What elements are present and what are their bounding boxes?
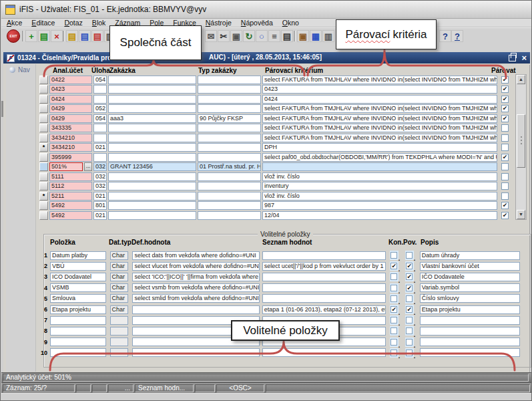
polozka-field[interactable]: Etapa projektu: [50, 305, 106, 314]
row-selector[interactable]: [39, 134, 48, 142]
anal-ucet-field[interactable]: 0429: [49, 104, 92, 113]
uloha-field[interactable]: [93, 134, 107, 142]
defhodnota-field[interactable]: [132, 305, 259, 314]
popis-field[interactable]: [420, 348, 520, 357]
parovat-checkbox[interactable]: ✔: [501, 212, 509, 219]
anal-ucet-field[interactable]: 343335: [49, 124, 92, 132]
zakazka-field[interactable]: [108, 182, 196, 190]
zakazka-field[interactable]: [108, 134, 196, 142]
defhodnota-field[interactable]: select vlucet from vekdofa where dofidno…: [132, 262, 259, 271]
parovaci-kriterium-field[interactable]: select FAKTURA from TMJHLAV where INVIDN…: [262, 114, 497, 123]
parovaci-kriterium-field[interactable]: select FAKTURA from TMJHLAV where INVIDN…: [262, 124, 497, 132]
seznam-hodnot-field[interactable]: [262, 348, 386, 357]
scrollbar-thumb[interactable]: [517, 114, 525, 168]
parovat-checkbox[interactable]: [501, 163, 509, 170]
restore-icon[interactable]: [509, 55, 516, 61]
row-selector[interactable]: [39, 162, 48, 171]
typ-zakazky-field[interactable]: [198, 201, 261, 210]
pov-checkbox[interactable]: [406, 339, 413, 346]
anal-ucet-field[interactable]: 5492: [49, 201, 92, 210]
uloha-field[interactable]: 032: [93, 172, 107, 181]
typ-zakazky-field[interactable]: 90 Půjčky FKSP: [198, 114, 261, 123]
parovaci-kriterium-field[interactable]: select FAKTURA from TMJHLAV where INVIDN…: [262, 76, 497, 84]
defhodnota-field[interactable]: select 'ICO:'||ICO||' '||firma from vekd…: [132, 273, 259, 281]
uloha-field[interactable]: [93, 153, 107, 162]
parovaci-kriterium-field[interactable]: 0423: [262, 85, 497, 94]
seznam-hodnot-field[interactable]: [262, 283, 386, 292]
dattyp-field[interactable]: Char: [110, 251, 129, 260]
defhodnota-field[interactable]: select vsmb from vekdofa where dofidno=#…: [132, 283, 259, 292]
scroll-down-icon[interactable]: ▼: [517, 210, 525, 219]
dattyp-field[interactable]: [110, 316, 129, 325]
polozka-field[interactable]: VSMB: [50, 283, 106, 292]
parovat-checkbox[interactable]: [501, 134, 509, 142]
popis-field[interactable]: Variab.symbol: [420, 283, 520, 292]
clipboard-icon[interactable]: ▣: [297, 30, 309, 42]
parovat-checkbox[interactable]: [501, 192, 509, 200]
row-selector[interactable]: [39, 201, 48, 210]
anal-ucet-field[interactable]: 3434210: [49, 143, 92, 152]
menu-item-nástroje[interactable]: Nástroje: [206, 19, 232, 27]
uloha-field[interactable]: [93, 85, 107, 94]
insert-record-icon[interactable]: +: [25, 30, 37, 42]
kon-checkbox[interactable]: [390, 273, 397, 280]
seznam-hodnot-field[interactable]: [262, 273, 386, 281]
parovat-checkbox[interactable]: ✔: [501, 96, 509, 103]
uloha-field[interactable]: 032: [93, 162, 107, 171]
anal-ucet-field[interactable]: 5111: [49, 172, 92, 181]
dattyp-field[interactable]: [110, 327, 129, 336]
menu-item-dotaz[interactable]: Dotaz: [64, 19, 82, 27]
menu-item-okno[interactable]: Okno: [282, 19, 299, 27]
dattyp-field[interactable]: Char: [110, 273, 129, 281]
pov-checkbox[interactable]: ✔: [406, 285, 413, 291]
zakazka-field[interactable]: [108, 192, 196, 200]
window-titlebar[interactable]: iFIS - Uživatel: FIS_01 - Ek.jednotka: B…: [1, 1, 531, 19]
parovat-checkbox[interactable]: ✔: [501, 115, 509, 122]
typ-zakazky-field[interactable]: [198, 172, 261, 181]
table-scrollbar[interactable]: ▲ ▼: [515, 74, 527, 220]
anal-ucet-field[interactable]: 0423: [49, 85, 92, 94]
anal-ucet-field[interactable]: 0429: [49, 114, 92, 123]
typ-zakazky-field[interactable]: 01 Prostř.na stud. pr. HČ: [198, 162, 261, 171]
uloha-field[interactable]: 801: [93, 201, 107, 210]
parovaci-kriterium-field[interactable]: vlož inv. číslo: [262, 192, 497, 200]
row-selector[interactable]: [39, 182, 48, 190]
lov-button[interactable]: ...: [84, 162, 92, 171]
seznam-hodnot-field[interactable]: [262, 294, 386, 303]
help-icon[interactable]: ?: [439, 30, 451, 42]
pov-checkbox[interactable]: ✔: [406, 306, 413, 313]
uloha-field[interactable]: 021: [93, 143, 107, 152]
delete-record-icon[interactable]: ×: [51, 30, 63, 42]
typ-zakazky-field[interactable]: [198, 153, 261, 162]
pov-checkbox[interactable]: [406, 317, 413, 323]
polozka-field[interactable]: Datum platby: [50, 251, 106, 260]
anal-ucet-field[interactable]: 0422: [49, 76, 92, 84]
row-selector[interactable]: [39, 76, 48, 84]
row-selector[interactable]: [39, 114, 48, 123]
popis-field[interactable]: [420, 327, 520, 336]
uloha-field[interactable]: 032: [93, 182, 107, 190]
row-selector[interactable]: [39, 172, 48, 181]
kon-checkbox[interactable]: ✔: [390, 306, 397, 313]
anal-ucet-field[interactable]: 5492: [49, 211, 92, 220]
row-selector[interactable]: *: [39, 143, 48, 152]
dattyp-field[interactable]: Char: [110, 294, 129, 303]
cut-icon[interactable]: ✂: [218, 30, 230, 42]
pov-checkbox[interactable]: [406, 350, 413, 356]
parovaci-kriterium-field[interactable]: vlož inv. číslo: [262, 172, 497, 181]
polozka-field[interactable]: [50, 348, 106, 357]
polozka-field[interactable]: [50, 327, 106, 336]
dattyp-field[interactable]: Char: [110, 305, 129, 314]
typ-zakazky-field[interactable]: [198, 104, 261, 113]
uloha-field[interactable]: 021: [93, 211, 107, 220]
row-selector[interactable]: *: [39, 192, 48, 200]
row-selector[interactable]: [39, 124, 48, 132]
polozka-field[interactable]: Smlouva: [50, 294, 106, 303]
detail-icon[interactable]: ▤: [281, 30, 293, 42]
parovat-checkbox[interactable]: ✔: [501, 105, 509, 112]
mdi-titlebar[interactable]: F 01324 - Číselníky/Pravidla pro v AUC) …: [3, 52, 530, 63]
uloha-field[interactable]: [93, 95, 107, 104]
anal-ucet-field[interactable]: 5112: [49, 182, 92, 190]
kon-checkbox[interactable]: [390, 350, 397, 356]
popis-field[interactable]: Etapa projektu: [420, 305, 520, 314]
